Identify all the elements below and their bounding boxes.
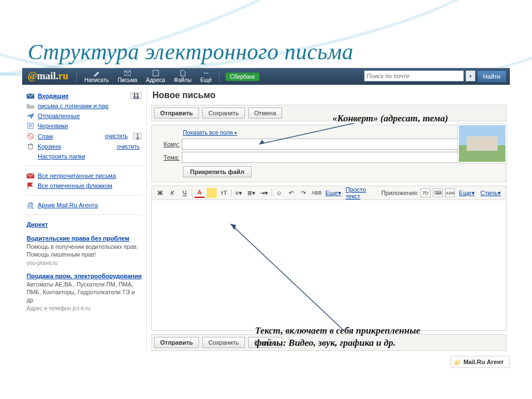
- topbar-files[interactable]: Файлы: [171, 70, 195, 83]
- topbar-mail[interactable]: Письма: [114, 70, 140, 83]
- subject-row: Тема:: [156, 152, 502, 163]
- folder-label: Корзина: [38, 143, 114, 150]
- topbar-item-label: Написать: [84, 77, 109, 83]
- font-size-button[interactable]: тТ: [219, 188, 229, 198]
- font-color-button[interactable]: А: [195, 188, 204, 198]
- translit-button[interactable]: Яz: [421, 188, 431, 197]
- topbar: @mail.ru Написать Письма Адреса Файлы Ещ…: [22, 68, 510, 85]
- redo-button[interactable]: ↷: [299, 188, 309, 198]
- folder-drafts[interactable]: Черновики: [27, 121, 142, 131]
- to-input[interactable]: [182, 139, 488, 150]
- cancel-button[interactable]: Отмена: [248, 337, 282, 348]
- to-label: Кому:: [156, 141, 180, 147]
- dots-icon: [203, 70, 209, 76]
- italic-button[interactable]: К: [167, 188, 177, 198]
- agent-label: Mail.Ru Агент: [463, 359, 504, 365]
- ad-text: Автоматы АЕ,ВА., Пускатели ПМ, ПМА, ПМЕ,…: [27, 280, 142, 304]
- folder-trash[interactable]: Корзина очистить: [27, 141, 142, 151]
- to-row: Кому: 👤: [156, 139, 502, 150]
- folder-logins[interactable]: письма с логинами и пар: [27, 101, 142, 111]
- underline-button[interactable]: Ч: [180, 188, 190, 198]
- bold-button[interactable]: Ж: [155, 188, 165, 198]
- folder-label: Входящие: [38, 93, 127, 99]
- at-icon: @: [454, 359, 460, 365]
- attach-button[interactable]: Прикрепить файл: [183, 166, 252, 177]
- subject-input[interactable]: [182, 152, 502, 163]
- ad-text: Помощь в получении водительских прав. По…: [27, 243, 142, 258]
- send-button[interactable]: Отправить: [154, 337, 199, 348]
- highlight-button[interactable]: [207, 188, 217, 198]
- filter-unread[interactable]: Все непрочитанные письма: [27, 171, 142, 181]
- separator: [27, 195, 142, 196]
- envelope-icon: [27, 93, 34, 99]
- filter-flagged[interactable]: Все отмеченные флажком: [27, 181, 142, 191]
- separator: [192, 189, 192, 197]
- undo-button[interactable]: ↶: [287, 188, 296, 198]
- ad-block-2[interactable]: Продажа пром. электрооборудования Автома…: [27, 273, 142, 313]
- agent-archive[interactable]: @ Архив Mail.Ru Агента: [27, 200, 142, 210]
- topbar-item-label: Письма: [117, 77, 137, 83]
- message-body[interactable]: [151, 200, 507, 331]
- topbar-item-label: Адреса: [146, 77, 165, 83]
- folder-sent[interactable]: Отправленные: [27, 111, 142, 121]
- folder-spam[interactable]: Спам очистить 1: [27, 131, 142, 141]
- subject-label: Тема:: [156, 154, 180, 161]
- pencil-icon: [93, 70, 100, 76]
- style-menu[interactable]: Стиль▾: [479, 188, 503, 198]
- cancel-button[interactable]: Отмена: [248, 108, 282, 119]
- mailru-agent-bar[interactable]: @ Mail.Ru Агент: [451, 356, 510, 368]
- folder-label: Отправленные: [38, 112, 142, 119]
- show-all-fields[interactable]: Показать все поля: [183, 129, 237, 136]
- compose-pane: Новое письмо Отправить Сохранить Отмена …: [147, 85, 510, 351]
- action-bar-bottom: Отправить Сохранить Отмена: [151, 334, 507, 351]
- at-icon: @: [27, 202, 34, 208]
- folder-icon: [27, 103, 34, 109]
- direct-link[interactable]: Директ: [27, 219, 142, 229]
- topbar-more[interactable]: Ещё: [197, 70, 215, 83]
- topbar-item-label: Файлы: [174, 77, 192, 83]
- link-label: Архив Mail.Ru Агента: [38, 202, 142, 208]
- save-button[interactable]: Сохранить: [202, 108, 245, 119]
- search-dropdown[interactable]: ▾: [466, 70, 475, 81]
- logo-ru: ru: [58, 70, 68, 81]
- align-button[interactable]: ≡▾: [234, 188, 244, 198]
- emoji-button[interactable]: ☺: [274, 188, 284, 198]
- manage-folders[interactable]: Настроить папки: [27, 151, 142, 161]
- plain-text-mode[interactable]: Просто текст: [344, 188, 379, 198]
- clear-link[interactable]: очистить: [117, 144, 140, 150]
- topbar-compose[interactable]: Написать: [81, 70, 112, 83]
- sidebar: Входящие 11 письма с логинами и пар Отпр…: [22, 85, 147, 351]
- mailru-logo[interactable]: @mail.ru: [25, 70, 73, 83]
- clear-link[interactable]: очистить: [105, 133, 127, 139]
- apps-label: Приложения:: [381, 190, 418, 196]
- abv-button[interactable]: АВВ: [445, 188, 455, 197]
- action-bar-top: Отправить Сохранить Отмена: [151, 105, 507, 121]
- ad-block-1[interactable]: Водительские права без проблем Помощь в …: [27, 235, 142, 267]
- send-button[interactable]: Отправить: [154, 108, 199, 119]
- file-icon: [180, 70, 186, 76]
- apps-more[interactable]: Еще▾: [457, 188, 476, 198]
- slide-title: Структура электронного письма: [28, 39, 532, 65]
- topbar-addresses[interactable]: Адреса: [143, 70, 168, 83]
- filter-label: Все отмеченные флажком: [38, 182, 142, 189]
- separator: [27, 214, 142, 215]
- sent-icon: [27, 112, 34, 119]
- list-button[interactable]: ≣▾: [246, 188, 257, 198]
- svg-point-4: [207, 73, 208, 74]
- indent-button[interactable]: ⇥▾: [259, 188, 269, 198]
- separator: [27, 166, 142, 166]
- spellcheck-button[interactable]: ABB: [311, 188, 323, 198]
- search-button[interactable]: Найти: [477, 70, 507, 83]
- folder-label: письма с логинами и пар: [38, 103, 142, 109]
- flag-icon: [27, 182, 34, 189]
- virtual-keyboard-button[interactable]: ⌨: [433, 188, 443, 197]
- sberbank-badge[interactable]: Сбербанк: [226, 73, 259, 81]
- mail-app: @mail.ru Написать Письма Адреса Файлы Ещ…: [22, 68, 510, 351]
- search-input[interactable]: [364, 70, 464, 81]
- trash-icon: [27, 143, 34, 150]
- save-button[interactable]: Сохранить: [202, 337, 245, 348]
- more-formatting[interactable]: Еще▾: [325, 188, 342, 198]
- separator: [231, 189, 232, 197]
- folder-inbox[interactable]: Входящие 11: [27, 90, 142, 101]
- drafts-icon: [27, 122, 34, 129]
